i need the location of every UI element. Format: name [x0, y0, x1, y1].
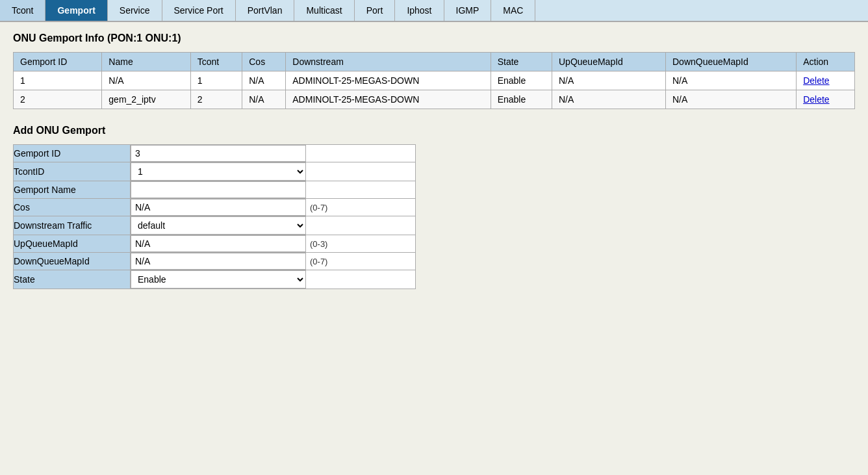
tab-multicast[interactable]: Multicast [294, 0, 354, 21]
tab-gemport[interactable]: Gemport [45, 0, 107, 21]
form-label-state: State [14, 270, 131, 289]
input-cos[interactable] [131, 199, 306, 216]
col-header-state: State [491, 53, 552, 71]
col-header-action: Action [797, 53, 855, 71]
form-row-upqueue_map_id: UpQueueMapId(0-3) [14, 235, 416, 253]
col-header-downqueuemapid: DownQueueMapId [666, 53, 797, 71]
tab-iphost[interactable]: Iphost [395, 0, 444, 21]
col-header-name: Name [102, 53, 190, 71]
tab-service[interactable]: Service [108, 0, 162, 21]
tab-serviceport[interactable]: Service Port [162, 0, 236, 21]
col-header-upqueuemapid: UpQueueMapId [552, 53, 666, 71]
form-label-gemport_name: Gemport Name [14, 181, 131, 199]
col-header-downstream: Downstream [286, 53, 491, 71]
form-row-gemport_name: Gemport Name [14, 181, 416, 199]
hint-upqueue_map_id: (0-3) [310, 239, 327, 249]
table-row: 2gem_2_iptv2N/AADMINOLT-25-MEGAS-DOWNEna… [14, 90, 855, 109]
select-tcont_id[interactable]: 123 [131, 162, 306, 181]
form-row-downstream_traffic: Downstream Trafficdefaultbest-effortassu… [14, 216, 416, 235]
tab-igmp[interactable]: IGMP [444, 0, 492, 21]
select-downstream_traffic[interactable]: defaultbest-effortassured [131, 216, 306, 235]
add-title: Add ONU Gemport [13, 125, 855, 136]
info-title: ONU Gemport Info (PON:1 ONU:1) [13, 32, 855, 44]
page-content: ONU Gemport Info (PON:1 ONU:1) Gemport I… [0, 22, 868, 300]
tab-bar: TcontGemportServiceService PortPortVlanM… [0, 0, 868, 22]
col-header-cos: Cos [242, 53, 286, 71]
hint-cos: (0-7) [310, 203, 327, 212]
tab-tcont[interactable]: Tcont [0, 0, 45, 21]
form-row-state: StateEnableDisable [14, 270, 416, 289]
form-label-gemport_id: Gemport ID [14, 145, 131, 162]
delete-link-0[interactable]: Delete [803, 75, 829, 86]
col-header-gemport-id: Gemport ID [14, 53, 102, 71]
tab-mac[interactable]: MAC [491, 0, 535, 21]
hint-downqueue_map_id: (0-7) [310, 257, 327, 266]
form-row-downqueue_map_id: DownQueueMapId(0-7) [14, 253, 416, 270]
select-state[interactable]: EnableDisable [131, 270, 306, 289]
gemport-table: Gemport IDNameTcontCosDownstreamStateUpQ… [13, 52, 855, 109]
input-upqueue_map_id[interactable] [131, 235, 306, 252]
table-row: 1N/A1N/AADMINOLT-25-MEGAS-DOWNEnableN/AN… [14, 71, 855, 90]
form-label-upqueue_map_id: UpQueueMapId [14, 235, 131, 253]
form-row-tcont_id: TcontID123 [14, 162, 416, 181]
input-downqueue_map_id[interactable] [131, 253, 306, 270]
form-label-cos: Cos [14, 199, 131, 216]
input-gemport_id[interactable] [131, 145, 306, 162]
form-row-gemport_id: Gemport ID [14, 145, 416, 162]
add-form: Gemport IDTcontID123Gemport NameCos(0-7)… [13, 144, 416, 289]
form-label-downstream_traffic: Downstream Traffic [14, 216, 131, 235]
delete-link-1[interactable]: Delete [803, 94, 829, 105]
form-label-downqueue_map_id: DownQueueMapId [14, 253, 131, 270]
col-header-tcont: Tcont [190, 53, 242, 71]
form-label-tcont_id: TcontID [14, 162, 131, 181]
input-gemport_name[interactable] [131, 181, 306, 198]
tab-port[interactable]: Port [355, 0, 396, 21]
form-row-cos: Cos(0-7) [14, 199, 416, 216]
tab-portvlan[interactable]: PortVlan [236, 0, 295, 21]
